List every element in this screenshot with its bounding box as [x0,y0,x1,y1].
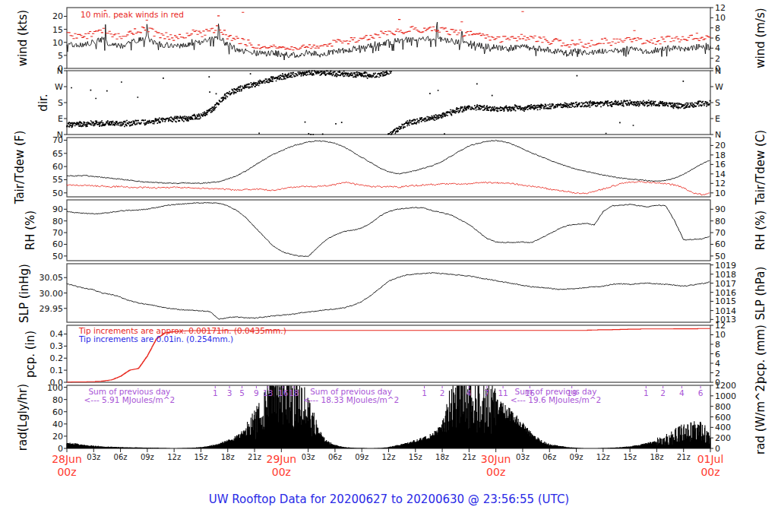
slp-left-tick-label: 29.95 [40,303,64,313]
x-hour-label: 09z [570,453,584,461]
rad-cumulative-milestone: 6 [698,388,704,397]
x-day-label: 29Jun [266,453,296,465]
wind-right-tick-label: 8 [715,23,720,33]
rad-daily-sum-label: Sum of previous day<--- 18.33 MJoules/m^… [303,388,399,404]
y-axis-title-right-pcp: pcp. (mm) [754,325,767,384]
slp-right-tick-label: 1014 [715,306,736,315]
wind-right-tick-label: 6 [715,33,720,43]
temp-right-tick-label: 12 [715,179,726,188]
pcp-left-tick-label: 0.1 [50,366,64,375]
pcp-right-tick-label: 4 [715,358,720,368]
wind-right-tick-label: 2 [715,53,720,63]
RH_pct-line [67,203,710,257]
x-hour-label: 03z [87,453,100,461]
dir-left-tick-label: W [55,82,63,92]
pcp-tip-note-blue: Tip increments are 0.01in. (0.254mm.) [79,334,233,344]
x-hour-label: 18z [435,453,449,461]
x-hour-label: 09z [355,453,368,461]
pcp-right-tick-label: 2 [715,368,720,378]
temp-right-tick-label: 18 [715,150,726,160]
slp-right-tick-label: 1019 [715,260,736,270]
y-axis-title-left-dir: dir. [36,93,50,111]
rh-right-tick-label: 70 [715,228,726,238]
panel-border-rh [67,200,710,261]
wind-dir-scatter [67,71,710,135]
x-day-sub-label: 00z [701,466,719,478]
rh-left-tick-label: 50 [52,251,63,261]
rad-left-tick-label: 0 [58,444,63,454]
rad-cumulative-milestone: 7 [485,388,490,397]
x-hour-label: 12z [167,453,181,461]
rh-right-tick-label: 90 [715,204,726,214]
pcp-right-tick-label: 6 [715,349,720,359]
dir-left-tick-label: S [58,98,63,108]
x-hour-label: 21z [677,453,691,461]
dir-left-tick-label: E [58,114,63,124]
temp-right-tick-label: 16 [715,160,726,169]
chart-title: UW Rooftop Data for 20200627 to 20200630… [0,492,778,506]
rad-right-tick-label: 0 [715,444,720,454]
x-day-label: 30Jun [481,453,511,465]
SLP_inHg-line [67,273,710,320]
rad-cumulative-milestone: 4 [466,388,472,397]
wind-left-tick-label: 15 [52,24,63,34]
slp-left-tick-label: 30.00 [40,288,64,298]
y-axis-title-left-wind: wind (kts) [16,10,30,66]
rad-cumulative-milestone: 5 [239,388,245,397]
x-day-sub-label: 00z [272,466,291,478]
slp-right-tick-label: 1015 [715,296,736,306]
Tair_F-line [67,140,710,183]
temp-right-tick-label: 10 [715,188,726,198]
y-axis-title-right-rh: RH (%) [754,211,767,250]
rad-right-tick-label: 800 [715,401,731,411]
rad-cumulative-milestone: 1 [213,388,218,397]
dir-right-tick-label: S [715,98,720,108]
rh-y-ticks [64,209,713,256]
y-axis-title-left-temp: Tair/Tdew (F) [13,131,27,204]
rad-left-tick-label: 100 [47,382,63,392]
rad-left-tick-label: 40 [52,419,63,429]
rad-cumulative-milestone: 18 [289,388,299,397]
uw-rooftop-weather-chart: 05101520024681012NESWNNESWN5055606570101… [0,0,778,532]
rad-right-tick-label: 600 [715,412,731,422]
rh-left-tick-label: 70 [52,228,63,238]
slp-right-tick-label: 1017 [715,278,736,288]
temp-right-tick-label: 20 [715,141,726,150]
wind-peak-legend-note: 10 min. peak winds in red [81,10,184,19]
x-day-sub-label: 00z [486,466,505,478]
slp-right-tick-label: 1016 [715,287,736,297]
dir-right-tick-label: N [715,66,721,76]
x-hour-label: 21z [462,453,476,461]
rh-right-tick-label: 80 [715,216,726,226]
y-axis-title-right-rad: rad (W/m^2) [754,380,767,454]
wind-right-tick-label: 12 [715,3,726,13]
temp-left-tick-label: 60 [52,162,63,172]
x-hour-label: 12z [596,453,610,461]
slp-y-ticks [64,265,713,320]
rad-left-tick-label: 80 [52,394,63,404]
dir-left-tick-label: N [57,66,63,76]
rad-cumulative-milestone: 4 [679,388,685,397]
wind-right-tick-label: 10 [715,13,726,23]
rad-cumulative-milestone: 2 [440,388,445,397]
rad-right-tick-label: 1200 [715,381,736,391]
pcp-left-tick-label: 0.3 [50,341,64,351]
rad-right-tick-label: 1000 [715,391,736,401]
rh-left-tick-label: 90 [52,204,63,214]
pcp-left-tick-label: 0.4 [50,329,64,339]
rad-cumulative-milestone: 11 [498,388,508,397]
rad-cumulative-milestone: 1 [644,388,649,397]
rh-left-tick-label: 80 [52,216,63,226]
pcp-right-tick-label: 10 [715,330,726,340]
rad-cumulative-milestone: 2 [660,388,666,397]
wind-left-tick-label: 10 [52,37,63,47]
rad-left-tick-label: 20 [52,431,63,441]
panel-border-dir [67,71,710,135]
panel-border-slp [67,264,710,322]
slp-left-tick-label: 30.05 [40,273,64,283]
x-hour-label: 06z [542,453,556,461]
rh-left-tick-label: 60 [52,239,63,249]
x-day-label: 28Jun [52,453,82,465]
y-axis-title-left-rh: RH (%) [24,211,37,250]
x-hour-label: 18z [221,453,235,461]
